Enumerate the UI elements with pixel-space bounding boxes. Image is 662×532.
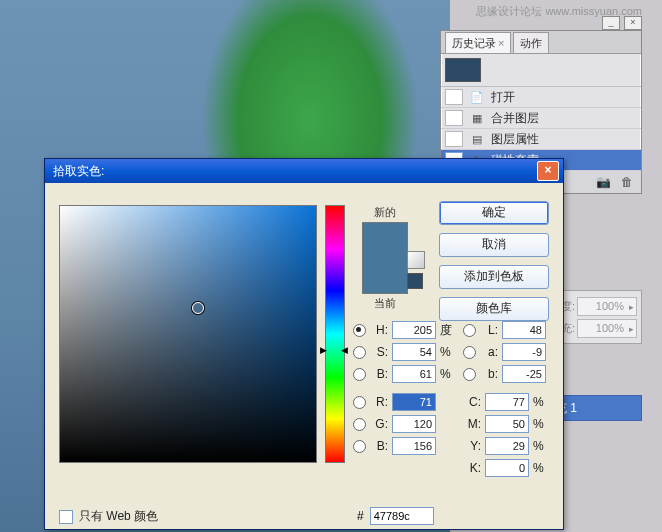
k-unit: % <box>533 461 547 475</box>
l-radio[interactable] <box>463 324 476 337</box>
k-label: K: <box>463 461 481 475</box>
history-item-layerprops[interactable]: ▤ 图层属性 <box>441 129 641 150</box>
h-unit: 度 <box>440 322 454 339</box>
tab-label: 历史记录 <box>452 37 496 49</box>
b-hsb-radio[interactable] <box>353 368 366 381</box>
file-icon: 📄 <box>469 89 485 105</box>
b-hsb-input[interactable]: 61 <box>392 365 436 383</box>
s-input[interactable]: 54 <box>392 343 436 361</box>
h-radio[interactable] <box>353 324 366 337</box>
history-item-label: 图层属性 <box>491 131 539 148</box>
delete-icon[interactable]: 🗑 <box>621 175 633 189</box>
history-item-label: 打开 <box>491 89 515 106</box>
sv-cursor[interactable] <box>192 302 204 314</box>
hue-slider[interactable] <box>325 205 345 463</box>
color-preview: 新的 当前 <box>355 205 415 311</box>
b-lab-row: b: -25 <box>463 363 563 385</box>
r-radio[interactable] <box>353 396 366 409</box>
panel-minimize-button[interactable]: _ <box>602 16 620 30</box>
current-color-label: 当前 <box>355 296 415 311</box>
tab-close-icon[interactable]: × <box>498 37 504 49</box>
snapshot-thumbnail <box>445 58 481 82</box>
b-rgb-radio[interactable] <box>353 440 366 453</box>
l-row: L: 48 <box>463 319 563 341</box>
l-label: L: <box>480 323 498 337</box>
color-libraries-button[interactable]: 颜色库 <box>439 297 549 321</box>
add-swatch-button[interactable]: 添加到色板 <box>439 265 549 289</box>
color-swatch-box <box>362 222 408 294</box>
c-input[interactable]: 77 <box>485 393 529 411</box>
history-item-open[interactable]: 📄 打开 <box>441 87 641 108</box>
tab-history[interactable]: 历史记录× <box>445 32 511 53</box>
b-rgb-label: B: <box>370 439 388 453</box>
c-row: C: 77 % <box>463 391 563 413</box>
g-label: G: <box>370 417 388 431</box>
history-item-merge[interactable]: ▦ 合并图层 <box>441 108 641 129</box>
b-lab-radio[interactable] <box>463 368 476 381</box>
y-label: Y: <box>463 439 481 453</box>
a-label: a: <box>480 345 498 359</box>
panel-tabs: 历史记录× 动作 <box>441 31 641 54</box>
saturation-value-picker[interactable] <box>59 205 317 463</box>
app-stage: 思缘设计论坛 www.missyuan.com _ × 历史记录× 动作 📄 打… <box>0 0 662 532</box>
l-input[interactable]: 48 <box>502 321 546 339</box>
tab-actions[interactable]: 动作 <box>513 32 549 53</box>
y-row: Y: 29 % <box>463 435 563 457</box>
ok-button[interactable]: 确定 <box>439 201 549 225</box>
new-color-swatch[interactable] <box>363 223 407 258</box>
hex-label: # <box>357 509 364 523</box>
hex-input[interactable]: 47789c <box>370 507 434 525</box>
dialog-title: 拾取实色: <box>53 163 537 180</box>
c-label: C: <box>463 395 481 409</box>
m-unit: % <box>533 417 547 431</box>
lab-cmyk-fields: L: 48 a: -9 b: -25 C: 77 % <box>463 319 563 479</box>
hue-pointer[interactable]: ▶◀ <box>320 345 348 353</box>
a-radio[interactable] <box>463 346 476 359</box>
h-input[interactable]: 205 <box>392 321 436 339</box>
web-only-label: 只有 Web 颜色 <box>79 508 158 525</box>
new-color-label: 新的 <box>355 205 415 220</box>
a-input[interactable]: -9 <box>502 343 546 361</box>
g-radio[interactable] <box>353 418 366 431</box>
gamut-warning-icon[interactable] <box>407 251 425 269</box>
b-lab-input[interactable]: -25 <box>502 365 546 383</box>
current-color-swatch[interactable] <box>363 258 407 293</box>
panel-window-controls: _ × <box>442 16 642 30</box>
k-row: K: 0 % <box>463 457 563 479</box>
r-input[interactable]: 71 <box>392 393 436 411</box>
color-picker-dialog: 拾取实色: × ▶◀ 新的 当前 确定 取消 添加到色板 <box>44 158 564 530</box>
h-label: H: <box>370 323 388 337</box>
panel-close-button[interactable]: × <box>624 16 642 30</box>
history-item-label: 合并图层 <box>491 110 539 127</box>
c-unit: % <box>533 395 547 409</box>
dialog-titlebar[interactable]: 拾取实色: × <box>45 159 563 183</box>
web-colors-only: 只有 Web 颜色 <box>59 508 158 525</box>
b-rgb-input[interactable]: 156 <box>392 437 436 455</box>
r-label: R: <box>370 395 388 409</box>
y-unit: % <box>533 439 547 453</box>
history-checkbox[interactable] <box>445 131 463 147</box>
m-row: M: 50 % <box>463 413 563 435</box>
history-checkbox[interactable] <box>445 110 463 126</box>
history-snapshot-row[interactable] <box>441 54 641 87</box>
hex-row: # 47789c <box>357 507 434 525</box>
cancel-button[interactable]: 取消 <box>439 233 549 257</box>
new-snapshot-icon[interactable]: 📷 <box>596 175 611 189</box>
history-checkbox[interactable] <box>445 89 463 105</box>
g-input[interactable]: 120 <box>392 415 436 433</box>
opacity-value[interactable]: 100% <box>577 297 637 316</box>
k-input[interactable]: 0 <box>485 459 529 477</box>
m-label: M: <box>463 417 481 431</box>
websafe-swatch[interactable] <box>407 273 423 289</box>
s-radio[interactable] <box>353 346 366 359</box>
web-only-checkbox[interactable] <box>59 510 73 524</box>
dialog-buttons: 确定 取消 添加到色板 颜色库 <box>439 201 549 321</box>
fill-value[interactable]: 100% <box>577 319 637 338</box>
y-input[interactable]: 29 <box>485 437 529 455</box>
b-hsb-unit: % <box>440 367 454 381</box>
layers-icon: ▦ <box>469 110 485 126</box>
a-row: a: -9 <box>463 341 563 363</box>
m-input[interactable]: 50 <box>485 415 529 433</box>
s-label: S: <box>370 345 388 359</box>
dialog-close-button[interactable]: × <box>537 161 559 181</box>
